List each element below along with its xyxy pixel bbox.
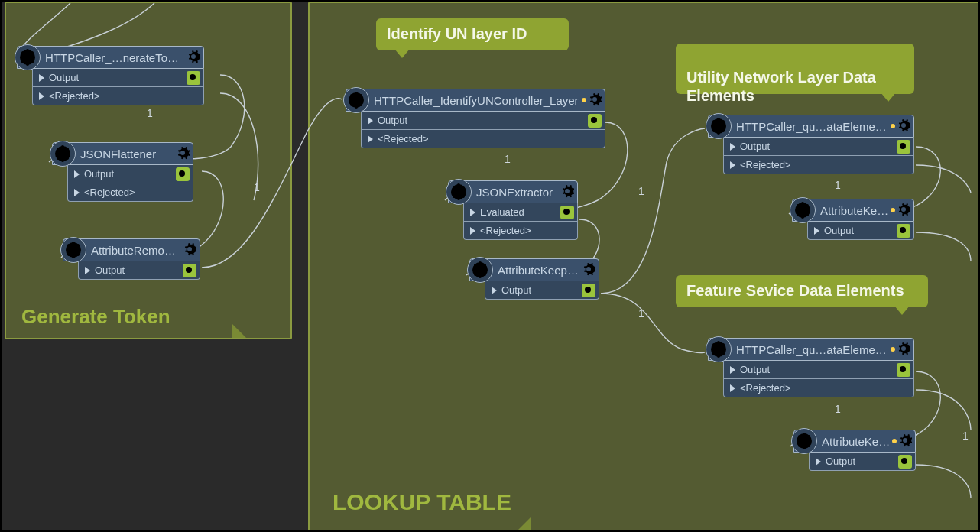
web-icon — [446, 179, 472, 205]
web-icon — [791, 428, 817, 454]
node-jsonflattener[interactable]: JSONFlattener Output <Rejected> — [52, 142, 193, 202]
gear-icon[interactable] — [560, 184, 574, 200]
bookmark-label-generate-token: Generate Token — [12, 300, 180, 333]
web-icon — [790, 197, 816, 223]
gear-icon[interactable] — [897, 118, 910, 135]
inspect-icon[interactable] — [588, 114, 602, 128]
status-dot-icon — [891, 124, 895, 128]
gear-icon[interactable] — [582, 262, 595, 278]
port-rejected[interactable]: <Rejected> — [723, 156, 914, 174]
run-port-icon — [730, 143, 735, 151]
annotation-identify-un[interactable]: Identify UN layer ID — [376, 18, 569, 50]
port-label: Output — [740, 364, 897, 375]
port-evaluated[interactable]: Evaluated — [463, 203, 578, 222]
port-rejected[interactable]: <Rejected> — [361, 130, 605, 148]
node-httpcaller-querydataelements-3[interactable]: HTTPCaller_qu…ataElements_3 Output <Reje… — [708, 115, 914, 174]
run-port-icon — [39, 92, 44, 100]
node-jsonextractor[interactable]: JSONExtractor Evaluated <Rejected> — [448, 180, 578, 240]
node-header[interactable]: HTTPCaller_…nerateToken — [17, 46, 204, 69]
inspect-icon[interactable] — [176, 167, 190, 181]
node-title: AttributeRemover — [91, 244, 180, 257]
port-output[interactable]: Output — [807, 222, 914, 240]
run-port-icon — [39, 74, 44, 82]
node-header[interactable]: JSONFlattener — [52, 142, 193, 165]
node-attributekeeper-4[interactable]: AttributeKeeper_4 Output — [469, 258, 599, 300]
node-attributeremover[interactable]: AttributeRemover Output — [63, 238, 200, 280]
inspect-icon[interactable] — [183, 264, 196, 277]
run-port-icon — [730, 161, 735, 169]
port-output[interactable]: Output — [78, 261, 200, 280]
port-label: <Rejected> — [740, 382, 910, 394]
gear-icon[interactable] — [898, 433, 912, 449]
port-label: Output — [95, 264, 183, 276]
run-port-icon — [74, 189, 80, 196]
node-header[interactable]: HTTPCaller_qu…ataElements_2 — [708, 338, 914, 361]
node-header[interactable]: AttributeKeeper_4 — [469, 258, 599, 281]
port-output[interactable]: Output — [361, 112, 605, 130]
node-httpcaller-generatetoken[interactable]: HTTPCaller_…nerateToken Output <Rejected… — [17, 46, 204, 105]
run-port-icon — [816, 458, 821, 466]
port-output[interactable]: Output — [67, 165, 193, 183]
run-port-icon — [492, 287, 497, 294]
annotation-text: Feature Sevice Data Elements — [686, 282, 904, 299]
node-attributekeeper-5[interactable]: AttributeKeeper_5 Output — [793, 430, 916, 471]
inspect-icon[interactable] — [560, 206, 574, 219]
port-label: <Rejected> — [49, 90, 200, 102]
node-header[interactable]: HTTPCaller_IdentifyUNController_Layer — [346, 89, 605, 112]
gear-icon[interactable] — [588, 92, 602, 109]
node-header[interactable]: HTTPCaller_qu…ataElements_3 — [708, 115, 914, 138]
port-output[interactable]: Output — [485, 281, 599, 300]
node-header[interactable]: JSONExtractor — [448, 180, 578, 203]
web-icon — [706, 336, 732, 362]
port-output[interactable]: Output — [809, 453, 916, 471]
node-httpcaller-querydataelements-2[interactable]: HTTPCaller_qu…ataElements_2 Output <Reje… — [708, 338, 914, 397]
inspect-icon[interactable] — [187, 71, 200, 85]
gear-icon[interactable] — [176, 146, 190, 162]
node-title: HTTPCaller_qu…ataElements_2 — [736, 343, 889, 356]
web-icon — [706, 113, 732, 139]
inspect-icon[interactable] — [897, 363, 910, 377]
port-output[interactable]: Output — [723, 361, 914, 379]
annotation-feature-svc[interactable]: Feature Sevice Data Elements — [676, 275, 928, 307]
node-attributekeeper[interactable]: AttributeKeeper Output — [792, 199, 914, 240]
port-output[interactable]: Output — [723, 138, 914, 156]
inspect-icon[interactable] — [897, 140, 910, 154]
port-label: Output — [826, 456, 898, 467]
port-label: Output — [84, 168, 176, 180]
run-port-icon — [814, 227, 819, 235]
gear-icon[interactable] — [183, 242, 196, 258]
status-dot-icon — [891, 347, 895, 352]
port-label: Output — [501, 284, 582, 296]
port-label: Output — [49, 72, 187, 83]
node-header[interactable]: AttributeKeeper_5 — [793, 430, 916, 453]
port-rejected[interactable]: <Rejected> — [67, 183, 193, 202]
port-label: Output — [740, 141, 897, 152]
gear-icon[interactable] — [897, 342, 910, 358]
gear-icon[interactable] — [897, 203, 910, 219]
gear-icon[interactable] — [187, 50, 200, 66]
node-title: HTTPCaller_qu…ataElements_3 — [736, 120, 889, 133]
web-icon — [50, 141, 76, 167]
node-header[interactable]: AttributeKeeper — [792, 199, 914, 222]
port-rejected[interactable]: <Rejected> — [463, 222, 578, 240]
annotation-text: Identify UN layer ID — [387, 25, 527, 42]
run-port-icon — [85, 267, 90, 274]
port-label: <Rejected> — [480, 225, 574, 236]
inspect-icon[interactable] — [582, 284, 595, 297]
node-title: AttributeKeeper — [820, 204, 889, 217]
inspect-icon[interactable] — [898, 455, 912, 469]
node-title: JSONFlattener — [80, 148, 173, 161]
web-icon — [60, 237, 86, 263]
status-dot-icon — [582, 98, 586, 102]
port-label: Output — [378, 115, 588, 126]
node-httpcaller-identifyuncontroller-layer[interactable]: HTTPCaller_IdentifyUNController_Layer Ou… — [346, 89, 605, 148]
edge-count: 1 — [835, 179, 841, 191]
node-header[interactable]: AttributeRemover — [63, 238, 200, 261]
status-dot-icon — [892, 439, 897, 443]
port-output[interactable]: Output — [32, 69, 204, 87]
edge-count: 1 — [638, 307, 644, 320]
inspect-icon[interactable] — [897, 224, 910, 238]
port-rejected[interactable]: <Rejected> — [32, 87, 204, 105]
annotation-un-layer[interactable]: Utility Network Layer Data Elements — [676, 44, 914, 94]
port-rejected[interactable]: <Rejected> — [723, 379, 914, 397]
